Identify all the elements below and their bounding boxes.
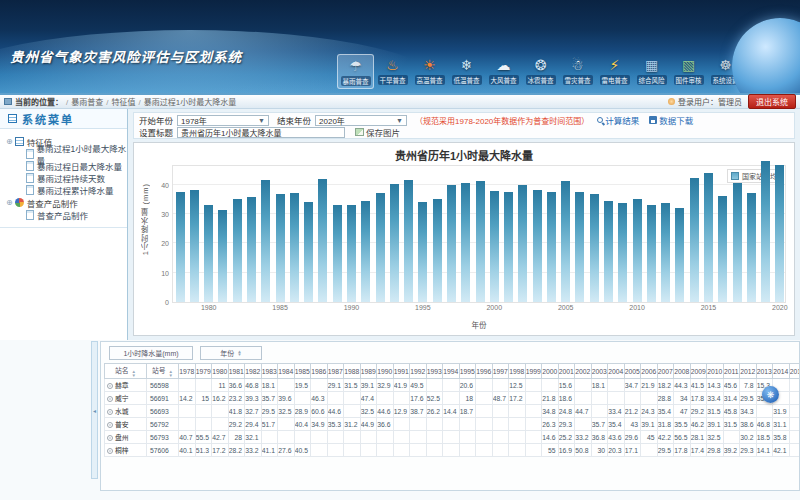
expander-icon[interactable]: ⊕ [6,198,13,207]
station-id-cell: 56792 [147,418,179,431]
nav-item-snow[interactable]: ☃雪灾普查 [559,54,596,89]
radio-button[interactable] [107,383,113,389]
col-header-year-1990[interactable]: 1990 [377,364,394,379]
year-sort-box[interactable]: 年份 ▲▼ [200,346,262,360]
logout-button[interactable]: 退出系统 [748,94,796,109]
col-header-year-1981[interactable]: 1981 [228,364,245,379]
col-header-year-2009[interactable]: 2009 [690,364,707,379]
col-header-year-1979[interactable]: 1979 [195,364,212,379]
col-header-year-2002[interactable]: 2002 [575,364,592,379]
bar-2001 [504,192,513,302]
col-header-year-1995[interactable]: 1995 [459,364,476,379]
col-header-year-1992[interactable]: 1992 [410,364,427,379]
radio-button[interactable] [107,448,113,454]
col-header-year-2004[interactable]: 2004 [608,364,625,379]
col-header-year-1987[interactable]: 1987 [327,364,344,379]
col-header-year-1986[interactable]: 1986 [311,364,328,379]
col-header-year-1993[interactable]: 1993 [426,364,443,379]
col-header-year-1991[interactable]: 1991 [393,364,410,379]
col-header-year-1997[interactable]: 1997 [492,364,509,379]
value-filter-box[interactable]: 1小时降水量(mm) [109,346,193,360]
radio-button[interactable] [107,422,113,428]
nav-item-rainstorm[interactable]: ☂暴雨普查 [337,54,374,89]
value-cell-1990 [377,431,394,444]
sort-desc-icon[interactable]: ▼ [169,374,173,378]
save-image-button[interactable]: 保存图片 [355,126,400,138]
sidebar-tree-item[interactable]: 暴雨过程累计降水量 [6,184,127,196]
bar-1997 [447,185,456,302]
nav-item-low-temp[interactable]: ❄低温普查 [448,54,485,89]
col-header-year-1999[interactable]: 1999 [525,364,542,379]
value-cell-2014: 31.1 [773,418,790,431]
breadcrumb-item[interactable]: 暴雨普查 [71,98,103,107]
col-header-year-2011[interactable]: 2011 [723,364,740,379]
calculate-button[interactable]: 计算结果 [597,114,639,126]
col-header-year-1988[interactable]: 1988 [344,364,361,379]
sidebar-tree-item[interactable]: 普查产品制作 [6,209,127,221]
sidebar-tree-item[interactable]: 暴雨过程持续天数 [6,172,127,184]
col-header-year-2007[interactable]: 2007 [657,364,674,379]
col-header-year-1989[interactable]: 1989 [360,364,377,379]
nav-item-drought[interactable]: ♨干旱普查 [374,54,411,89]
col-header-year-2008[interactable]: 2008 [674,364,691,379]
value-cell-2012: 38.6 [740,418,757,431]
col-header-year-2013[interactable]: 2013 [756,364,773,379]
x-tick-label: 2020 [767,304,793,311]
value-cell-2003: 18.1 [591,379,608,392]
col-header-year-1983[interactable]: 1983 [261,364,278,379]
value-cell-1998 [509,418,526,431]
col-header-year-1998[interactable]: 1998 [509,364,526,379]
col-header-year-2003[interactable]: 2003 [591,364,608,379]
breadcrumb-item[interactable]: 暴雨过程1小时最大降水量 [144,98,236,107]
floating-service-button[interactable]: ❋ [762,386,779,403]
station-id-cell: 56691 [147,392,179,405]
download-button[interactable]: 数据下载 [649,114,693,126]
nav-item-lightning[interactable]: ⚡雷电普查 [596,54,633,89]
nav-item-high-temp[interactable]: ☀高温普查 [411,54,448,89]
sidebar-group-2[interactable]: ⊕普查产品制作 [6,196,127,209]
col-header-year-2005[interactable]: 2005 [624,364,641,379]
table-row: 威宁5669114.21516.223.239.335.739.646.347.… [105,392,800,405]
radio-button[interactable] [107,409,113,415]
end-year-select[interactable]: 2020年 ▼ [315,115,407,126]
col-header-station-id[interactable]: 站号▲▼ [147,364,179,379]
chart-title-input[interactable] [177,127,345,138]
col-header-year-1994[interactable]: 1994 [443,364,460,379]
col-header-year-2001[interactable]: 2001 [558,364,575,379]
col-header-year-2014[interactable]: 2014 [773,364,790,379]
sort-desc-icon[interactable]: ▼ [132,374,136,378]
sort-icons: ▲▼ [132,370,136,377]
value-cell-1986: 34.9 [311,418,328,431]
col-header-year-1984[interactable]: 1984 [278,364,295,379]
start-year-select[interactable]: 1978年 ▼ [177,115,269,126]
col-header-year-1985[interactable]: 1985 [294,364,311,379]
breadcrumb-item[interactable]: 特征值 [111,98,135,107]
col-header-year-2010[interactable]: 2010 [707,364,724,379]
value-cell-2003: 35.7 [591,418,608,431]
radio-button[interactable] [107,435,113,441]
col-header-station-name[interactable]: 站名▲▼ [105,364,147,379]
radio-button[interactable] [107,396,113,402]
expander-icon[interactable]: ⊕ [6,137,13,146]
value-cell-2010: 29.8 [707,444,724,457]
sidebar-tree-item[interactable]: 暴雨过程日最大降水量 [6,160,127,172]
col-header-year-2012[interactable]: 2012 [740,364,757,379]
sidebar-tree-item[interactable]: 暴雨过程1小时最大降水量 [6,148,127,160]
nav-item-gale[interactable]: ☁大风普查 [485,54,522,89]
col-header-year-2006[interactable]: 2006 [641,364,658,379]
col-header-year-1982[interactable]: 1982 [245,364,262,379]
col-header-year-1978[interactable]: 1978 [179,364,196,379]
document-icon [26,210,34,220]
value-cell-2000: 14.6 [542,431,559,444]
nav-item-map-review[interactable]: ▧图件审核 [670,54,707,89]
station-data-panel: 1小时降水量(mm) 年份 ▲▼ 站名▲▼站号▲▼197819791980198… [100,341,800,491]
nav-item-hail[interactable]: ❂冰雹普查 [522,54,559,89]
col-header-year-2000[interactable]: 2000 [542,364,559,379]
nav-item-overall-risk[interactable]: ▦综合风险 [633,54,670,89]
value-cell-1991 [393,431,410,444]
panel-collapse-handle[interactable]: ◂ [91,341,98,479]
value-cell-2008: 47 [674,405,691,418]
col-header-year-1980[interactable]: 1980 [212,364,229,379]
col-header-year-2015[interactable]: 2015 [789,364,800,379]
col-header-year-1996[interactable]: 1996 [476,364,493,379]
